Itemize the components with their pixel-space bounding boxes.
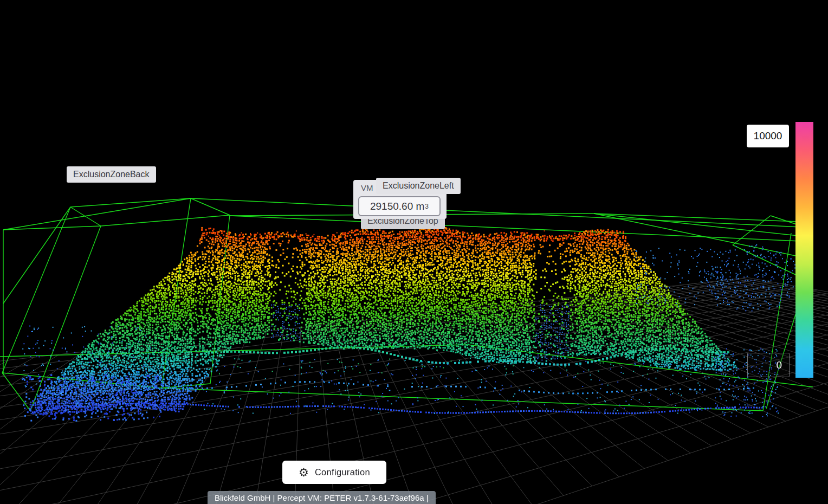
colorbar-gradient [795, 122, 813, 378]
vm-volume-exponent: 3 [425, 203, 429, 210]
vm-volume-number: 29150.60 m [370, 201, 424, 212]
colorbar-min-input[interactable]: 0 [747, 353, 790, 377]
configuration-button[interactable]: ⚙ Configuration [282, 461, 386, 484]
colorbar-max-input[interactable]: 10000 [747, 125, 789, 147]
zone-label-left: ExclusionZoneLeft [376, 178, 461, 194]
footer-version-bar: Blickfeld GmbH | Percept VM: PETER v1.7.… [208, 491, 436, 504]
gear-icon: ⚙ [299, 467, 309, 478]
configuration-button-label: Configuration [315, 467, 370, 477]
zone-label-back: ExclusionZoneBack [67, 166, 156, 183]
scene-canvas[interactable] [0, 0, 828, 504]
vm-title: VM [361, 183, 373, 192]
vm-volume-value: 29150.60 m3 [358, 196, 441, 216]
